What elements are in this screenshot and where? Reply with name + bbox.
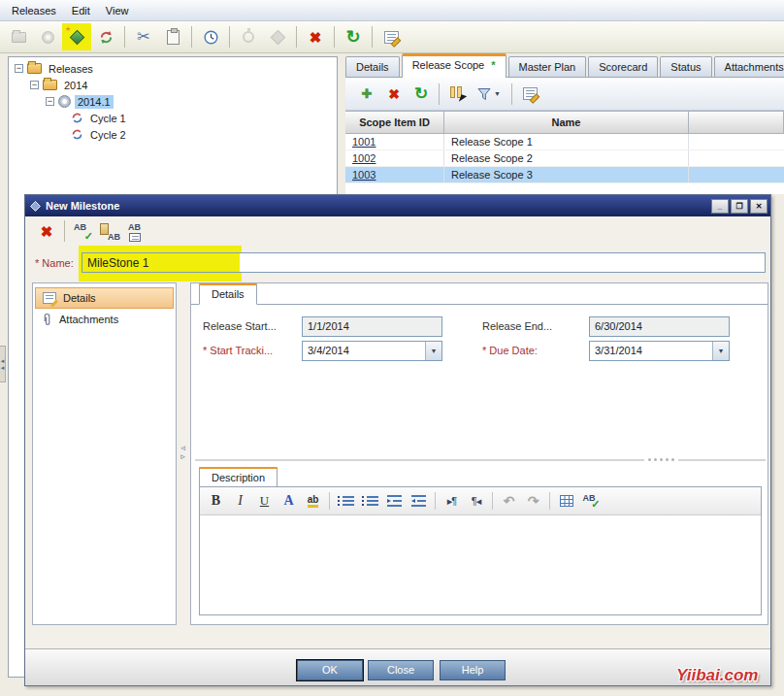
- scope-item-id-link[interactable]: 1003: [352, 169, 376, 181]
- table-row[interactable]: 1002 Release Scope 2: [345, 150, 784, 167]
- stopwatch-button[interactable]: [234, 23, 263, 50]
- scope-item-id-link[interactable]: 1001: [352, 136, 376, 148]
- timeline-clock-button[interactable]: [196, 23, 225, 50]
- sidebar-splitter-handle[interactable]: ◃ ▹: [178, 436, 188, 469]
- cut-button[interactable]: ✂: [129, 23, 158, 50]
- release-scope-toolbar: ✚ ✖ ↻ ▼: [345, 78, 784, 111]
- milestone-gray-button[interactable]: [263, 23, 292, 50]
- tree-item-2014-1[interactable]: − 2014.1: [9, 93, 337, 110]
- new-milestone-dialog: New Milestone _ ❐ ✕ ✖ AB✓ AB AB * Name:: [24, 194, 771, 686]
- tree-item-2014[interactable]: − 2014: [9, 77, 337, 93]
- sidebar-item-details[interactable]: Details: [35, 287, 174, 309]
- redo-icon: ↷: [528, 493, 539, 509]
- refresh-button[interactable]: ↻: [339, 23, 368, 50]
- tab-attachments[interactable]: Attachments: [714, 56, 784, 77]
- scope-notes-button[interactable]: [516, 82, 543, 107]
- dropdown-button[interactable]: ▼: [712, 342, 729, 360]
- tab-status[interactable]: Status: [660, 56, 711, 77]
- start-tracking-date-picker[interactable]: 3/4/2014 ▼: [302, 341, 442, 361]
- column-header-name[interactable]: Name: [444, 112, 689, 133]
- thesaurus-button[interactable]: AB: [96, 219, 123, 243]
- paste-button[interactable]: [158, 23, 187, 50]
- new-cycle-button[interactable]: [91, 23, 120, 50]
- bullet-list-button[interactable]: [334, 489, 358, 513]
- help-button[interactable]: Help: [440, 660, 506, 680]
- clear-fields-button[interactable]: ✖: [33, 219, 60, 243]
- module-tab-bar: Details Release Scope* Master Plan Score…: [345, 53, 784, 78]
- insert-table-button[interactable]: [554, 489, 578, 513]
- horizontal-splitter[interactable]: [195, 458, 766, 461]
- outdent-button[interactable]: [407, 489, 431, 513]
- new-release-button[interactable]: [33, 23, 62, 50]
- font-color-button[interactable]: A: [277, 489, 301, 513]
- ok-button[interactable]: OK: [297, 660, 363, 680]
- highlight-button[interactable]: ab: [301, 489, 325, 513]
- spelling-options-button[interactable]: AB: [123, 219, 150, 243]
- select-columns-button[interactable]: [443, 82, 471, 107]
- tab-scorecard[interactable]: Scorecard: [588, 56, 658, 77]
- due-date-picker[interactable]: 3/31/2014 ▼: [589, 341, 730, 361]
- maximize-button[interactable]: ❐: [731, 199, 748, 214]
- tab-details-inner[interactable]: Details: [199, 283, 257, 305]
- sidebar-item-attachments[interactable]: Attachments: [35, 309, 174, 330]
- release-start-label: Release Start...: [203, 320, 302, 332]
- undo-button[interactable]: ↶: [497, 489, 521, 513]
- menu-releases[interactable]: Releases: [8, 2, 68, 19]
- description-text-area[interactable]: [200, 515, 761, 614]
- panel-splitter-handle[interactable]: ◂ ◂: [0, 346, 6, 382]
- send-email-notes-button[interactable]: [376, 23, 406, 50]
- column-header-scope-item-id[interactable]: Scope Item ID: [345, 112, 444, 133]
- italic-button[interactable]: I: [228, 489, 252, 513]
- milestone-name-input[interactable]: MileStone 1: [82, 252, 766, 273]
- table-row[interactable]: 1001 Release Scope 1: [345, 134, 784, 150]
- cycle-icon: [71, 128, 83, 141]
- scope-item-id-link[interactable]: 1002: [352, 152, 376, 164]
- bold-button[interactable]: B: [204, 489, 228, 513]
- add-scope-item-button[interactable]: ✚: [353, 82, 380, 107]
- scope-items-grid: Scope Item ID Name 1001 Release Scope 1 …: [345, 111, 784, 194]
- dropdown-button[interactable]: ▼: [425, 342, 441, 360]
- tree-item-cycle-2[interactable]: Cycle 2: [9, 126, 337, 143]
- table-row-selected[interactable]: 1003 Release Scope 3: [345, 167, 784, 183]
- delete-scope-item-button[interactable]: ✖: [380, 82, 408, 107]
- new-milestone-button[interactable]: ★: [62, 23, 91, 50]
- dialog-title-bar[interactable]: New Milestone _ ❐ ✕: [25, 195, 770, 216]
- minimize-button[interactable]: _: [711, 199, 729, 214]
- filter-button[interactable]: ▼: [471, 82, 507, 107]
- tab-details[interactable]: Details: [345, 56, 400, 77]
- check-spelling-button[interactable]: AB✓: [69, 219, 96, 243]
- numbered-list-button[interactable]: [358, 489, 382, 513]
- font-color-icon: A: [283, 493, 293, 509]
- stopwatch-icon: [243, 31, 254, 43]
- indent-button[interactable]: [382, 489, 407, 513]
- folder-icon: [27, 63, 42, 74]
- menu-edit[interactable]: Edit: [68, 2, 102, 19]
- new-release-folder-button[interactable]: [4, 23, 33, 50]
- tab-master-plan[interactable]: Master Plan: [508, 56, 587, 77]
- close-dialog-button[interactable]: Close: [368, 660, 434, 680]
- underline-button[interactable]: U: [252, 489, 277, 513]
- tree-item-cycle-1[interactable]: Cycle 1: [9, 110, 337, 126]
- toolbar-separator: [229, 26, 230, 48]
- menu-view[interactable]: View: [102, 2, 141, 19]
- expander-icon[interactable]: −: [46, 97, 54, 106]
- expander-icon[interactable]: −: [15, 64, 23, 73]
- tab-description[interactable]: Description: [199, 467, 278, 488]
- delete-button[interactable]: ✖: [301, 23, 330, 50]
- toolbar-separator: [124, 26, 125, 48]
- columns-icon: [449, 86, 466, 102]
- close-button[interactable]: ✕: [750, 199, 768, 214]
- italic-icon: I: [238, 493, 243, 509]
- ltr-paragraph-icon: ▸¶: [447, 495, 456, 508]
- expander-icon[interactable]: −: [30, 81, 39, 89]
- right-to-left-button[interactable]: ¶◂: [464, 489, 488, 513]
- refresh-scope-button[interactable]: ↻: [408, 82, 435, 107]
- start-tracking-row: * Start Tracki... 3/4/2014 ▼: [203, 340, 442, 361]
- tab-release-scope[interactable]: Release Scope*: [402, 53, 506, 78]
- left-to-right-button[interactable]: ▸¶: [440, 489, 464, 513]
- redo-button[interactable]: ↷: [521, 489, 545, 513]
- spell-check-button[interactable]: AB✓: [578, 489, 603, 513]
- tab-label: Status: [670, 61, 701, 73]
- tree-item-releases[interactable]: − Releases: [9, 60, 337, 77]
- dialog-diamond-icon: [29, 200, 42, 213]
